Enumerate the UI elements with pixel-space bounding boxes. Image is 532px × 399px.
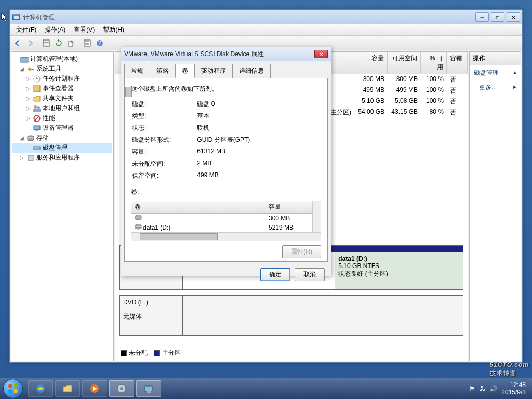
tab-body: 这个磁盘上所含的卷如下所列。 磁盘:磁盘 0 类型:基本 状态:联机 磁盘分区形… xyxy=(124,78,328,262)
start-button[interactable] xyxy=(3,379,23,398)
refresh-button[interactable] xyxy=(53,37,64,49)
task-explorer[interactable] xyxy=(55,380,80,397)
app-icon xyxy=(12,13,20,21)
tree-scheduler[interactable]: ▷任务计划程序 xyxy=(12,74,112,84)
svg-rect-19 xyxy=(33,109,41,112)
inner-scrollbar-v[interactable] xyxy=(312,201,321,232)
svg-point-40 xyxy=(14,389,18,393)
disk-info-table: 磁盘:磁盘 0 类型:基本 状态:联机 磁盘分区形式:GUID 分区表(GPT)… xyxy=(131,98,255,182)
collapse-icon: ▴ xyxy=(513,69,516,77)
dialog-titlebar[interactable]: VMware, VMware Virtual S SCSI Disk Devic… xyxy=(121,47,331,61)
properties-button[interactable] xyxy=(82,37,93,49)
inner-row[interactable]: 300 MB xyxy=(131,214,312,223)
col-pct[interactable]: % 可用 xyxy=(421,52,447,74)
svg-rect-29 xyxy=(34,148,40,150)
col-capacity[interactable]: 容量 xyxy=(354,52,388,74)
tree-panel[interactable]: 计算机管理(本地) ◢系统工具 ▷任务计划程序 ▷事件查看器 ▷共享文件夹 ▷本… xyxy=(11,51,114,361)
col-free[interactable]: 可用空间 xyxy=(388,52,421,74)
svg-point-18 xyxy=(37,106,40,109)
inner-col-volume[interactable]: 卷 xyxy=(131,201,265,213)
legend-primary-swatch xyxy=(154,350,160,356)
tray-flag-icon[interactable]: ⚑ xyxy=(469,385,475,392)
tab-details[interactable]: 详细信息 xyxy=(232,64,271,78)
watermark: 51CTO.com 技术博客 xyxy=(490,357,529,377)
menu-action[interactable]: 操作(A) xyxy=(41,24,70,35)
menu-view[interactable]: 查看(V) xyxy=(70,24,99,35)
svg-rect-12 xyxy=(31,69,34,70)
tree-root[interactable]: 计算机管理(本地) xyxy=(12,54,112,64)
volume-icon xyxy=(131,223,140,232)
ok-button[interactable]: 确定 xyxy=(260,268,290,281)
tab-driver[interactable]: 驱动程序 xyxy=(194,64,233,78)
svg-rect-30 xyxy=(28,155,33,161)
actions-header: 操作 xyxy=(470,52,521,65)
svg-point-27 xyxy=(28,139,34,141)
maximize-button[interactable]: □ xyxy=(491,12,504,22)
svg-point-44 xyxy=(120,387,123,390)
inner-row[interactable]: data1 (D:)5219 MB xyxy=(131,223,312,232)
menubar: 文件(F) 操作(A) 查看(V) 帮助(H) xyxy=(10,24,522,36)
tree-diskmgmt[interactable]: 磁盘管理 xyxy=(12,143,112,153)
tray-time: 12:48 xyxy=(501,381,526,389)
cdrom-label-cell: DVD (E:)无媒体 xyxy=(120,296,182,335)
svg-rect-24 xyxy=(35,130,38,131)
tree-eventvwr[interactable]: ▷事件查看器 xyxy=(12,84,112,94)
back-button[interactable] xyxy=(12,37,23,49)
tree-root-label: 计算机管理(本地) xyxy=(30,55,78,63)
menu-file[interactable]: 文件(F) xyxy=(12,24,41,35)
col-fault[interactable]: 容错 xyxy=(447,52,468,74)
export-button[interactable] xyxy=(65,37,77,49)
menu-help[interactable]: 帮助(H) xyxy=(99,24,128,35)
intro-text: 这个磁盘上所含的卷如下所列。 xyxy=(131,85,321,94)
actions-more[interactable]: 更多...▸ xyxy=(470,81,521,94)
svg-rect-23 xyxy=(34,126,40,130)
tab-policies[interactable]: 策略 xyxy=(150,64,176,78)
titlebar[interactable]: 计算机管理 ─ □ ✕ xyxy=(10,10,522,24)
help-button[interactable]: ? xyxy=(94,37,105,49)
dialog-close-button[interactable]: ✕ xyxy=(314,50,328,58)
partition-data1[interactable]: data1 (D:)5.10 GB NTFS状态良好 (主分区) xyxy=(335,246,463,289)
window-title: 计算机管理 xyxy=(23,13,475,22)
svg-text:?: ? xyxy=(98,39,102,47)
volume-properties-button[interactable]: 属性(R) xyxy=(282,245,321,258)
dialog-tabs: 常规 策略 卷 驱动程序 详细信息 xyxy=(121,61,331,78)
volume-icon xyxy=(131,214,140,222)
tab-volumes[interactable]: 卷 xyxy=(175,64,195,78)
tray-network-icon[interactable]: 🖧 xyxy=(479,385,485,392)
cdrom-row[interactable]: DVD (E:)无媒体 xyxy=(119,295,463,336)
svg-rect-45 xyxy=(145,386,152,391)
tree-shared[interactable]: ▷共享文件夹 xyxy=(12,94,112,103)
tab-general[interactable]: 常规 xyxy=(124,64,150,78)
svg-rect-2 xyxy=(43,40,49,46)
svg-point-37 xyxy=(8,384,12,388)
volumes-inner-list[interactable]: 卷 容量 300 MB data1 (D:)5219 MB xyxy=(131,201,321,241)
close-button[interactable]: ✕ xyxy=(507,12,520,22)
legend: 未分配 主分区 xyxy=(115,345,468,361)
tree-devmgr[interactable]: 设备管理器 xyxy=(12,123,112,133)
tree-localusers[interactable]: ▷本地用户和组 xyxy=(12,103,112,113)
task-wmp[interactable] xyxy=(82,380,107,397)
svg-rect-46 xyxy=(147,391,151,393)
tree-storage[interactable]: ◢存储 xyxy=(12,133,112,143)
cancel-button[interactable]: 取消 xyxy=(295,268,325,281)
task-running-2[interactable] xyxy=(136,380,161,397)
legend-unalloc-swatch xyxy=(121,350,127,356)
forward-button[interactable] xyxy=(24,37,36,49)
tray-volume-icon[interactable]: 🔊 xyxy=(489,385,497,392)
volumes-label: 卷: xyxy=(131,188,321,196)
tree-systools[interactable]: ◢系统工具 xyxy=(12,64,112,74)
svg-point-39 xyxy=(8,389,12,393)
task-running-1[interactable] xyxy=(109,380,134,397)
svg-rect-1 xyxy=(14,16,19,19)
view-button[interactable] xyxy=(41,37,52,49)
svg-point-38 xyxy=(14,384,18,388)
inner-col-capacity[interactable]: 容量 xyxy=(265,201,312,213)
task-ie[interactable] xyxy=(28,380,53,397)
actions-group[interactable]: 磁盘管理▴ xyxy=(470,65,521,81)
inner-scrollbar-h[interactable] xyxy=(131,232,321,241)
tree-perf[interactable]: ▷性能 xyxy=(12,113,112,123)
tree-services[interactable]: ▷服务和应用程序 xyxy=(12,153,112,163)
minimize-button[interactable]: ─ xyxy=(475,12,489,22)
taskbar[interactable]: ⚑ 🖧 🔊 12:48 2015/9/3 xyxy=(0,378,532,399)
system-tray[interactable]: ⚑ 🖧 🔊 12:48 2015/9/3 xyxy=(469,381,529,396)
